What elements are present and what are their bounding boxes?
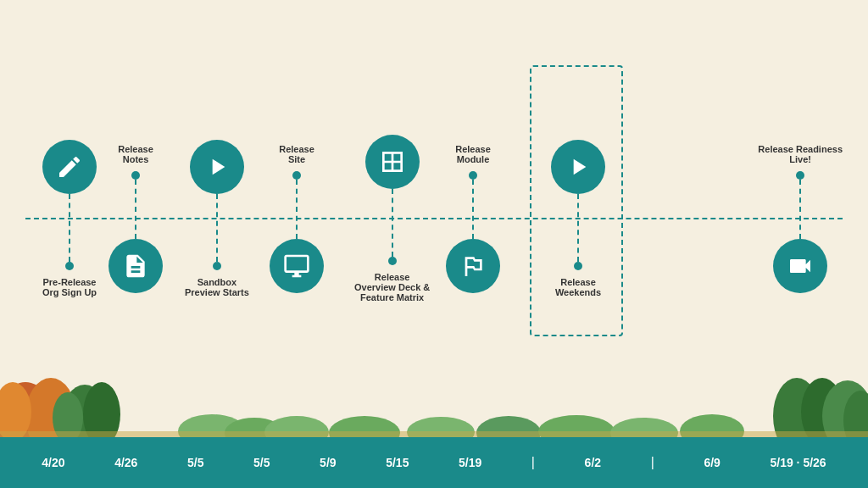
release-readiness-label: Release ReadinessLive! [758,144,843,164]
release-overview-item: ReleaseOverview Deck &Feature Matrix [354,0,430,437]
date-8: 6/2 [585,456,601,469]
release-weekends-item: ReleaseWeekends [551,0,605,437]
release-site-label: ReleaseSite [279,144,314,164]
pre-release-icon[interactable] [42,140,97,270]
date-sep-1: | [531,455,535,470]
date-5: 5/9 [320,456,336,469]
date-3: 5/5 [187,456,203,469]
release-module-label: ReleaseModule [455,144,491,164]
release-readiness-item: Release ReadinessLive! [758,0,843,437]
date-sep-2: | [651,455,654,470]
release-weekends-label: ReleaseWeekends [555,277,601,297]
pre-release-item: Pre-Release Org Sign Up [36,0,103,437]
date-bar: 4/20 4/26 5/5 5/5 5/9 5/15 5/19 | 6/2 | … [0,437,868,488]
release-notes-label: ReleaseNotes [118,144,153,164]
release-module-item: ReleaseModule [446,0,500,437]
date-6: 5/15 [386,456,409,469]
date-10: 5/19 · 5/26 [770,456,826,469]
date-2: 4/26 [114,456,137,469]
pre-release-label: Pre-Release Org Sign Up [36,277,103,297]
release-site-item: ReleaseSite [270,0,324,437]
date-7: 5/19 [459,456,481,469]
date-1: 4/20 [42,456,64,469]
main-container: Pre-Release Org Sign Up ReleaseNotes [0,0,868,488]
release-notes-item: ReleaseNotes [108,0,163,437]
date-4: 5/5 [253,456,270,469]
date-9: 6/9 [704,456,720,469]
sandbox-preview-label: SandboxPreview Starts [185,277,249,297]
sandbox-preview-item: SandboxPreview Starts [185,0,249,437]
release-overview-label: ReleaseOverview Deck &Feature Matrix [354,272,430,302]
